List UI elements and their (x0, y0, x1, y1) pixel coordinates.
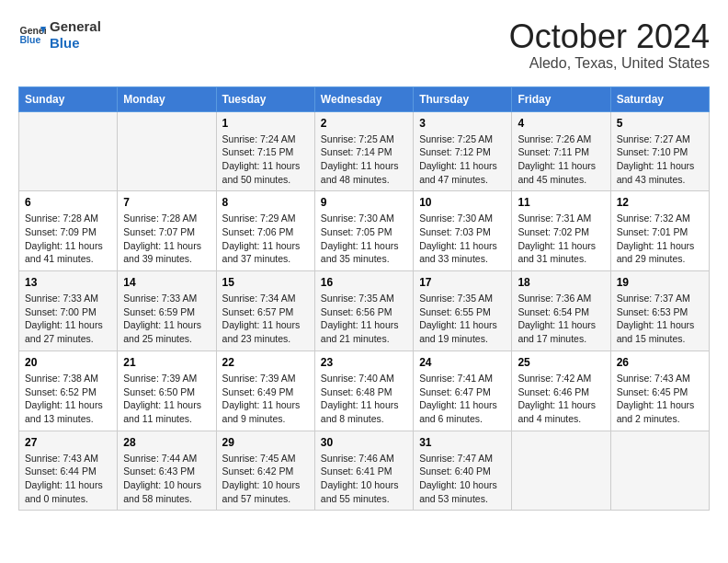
day-number: 18 (518, 276, 604, 289)
logo: General Blue General Blue (18, 18, 101, 52)
weekday-header-row: SundayMondayTuesdayWednesdayThursdayFrid… (19, 86, 710, 111)
day-number: 2 (321, 117, 407, 130)
day-number: 27 (25, 436, 111, 449)
calendar-cell: 28Sunrise: 7:44 AM Sunset: 6:43 PM Dayli… (118, 431, 216, 511)
calendar-cell: 25Sunrise: 7:42 AM Sunset: 6:46 PM Dayli… (512, 350, 610, 431)
week-row-2: 6Sunrise: 7:28 AM Sunset: 7:09 PM Daylig… (19, 191, 710, 271)
calendar-cell: 7Sunrise: 7:28 AM Sunset: 7:07 PM Daylig… (118, 191, 216, 271)
calendar-cell: 22Sunrise: 7:39 AM Sunset: 6:49 PM Dayli… (216, 350, 314, 431)
day-info: Sunrise: 7:33 AM Sunset: 6:59 PM Dayligh… (123, 292, 210, 346)
logo-general: General (50, 18, 101, 35)
day-info: Sunrise: 7:32 AM Sunset: 7:01 PM Dayligh… (617, 212, 703, 266)
logo-blue: Blue (50, 35, 101, 52)
day-info: Sunrise: 7:46 AM Sunset: 6:41 PM Dayligh… (321, 452, 407, 506)
weekday-header-friday: Friday (512, 86, 610, 111)
day-info: Sunrise: 7:44 AM Sunset: 6:43 PM Dayligh… (123, 452, 210, 506)
calendar-cell: 20Sunrise: 7:38 AM Sunset: 6:52 PM Dayli… (19, 350, 118, 431)
day-info: Sunrise: 7:30 AM Sunset: 7:03 PM Dayligh… (419, 212, 506, 266)
day-info: Sunrise: 7:45 AM Sunset: 6:42 PM Dayligh… (222, 452, 309, 506)
day-number: 6 (25, 196, 111, 209)
week-row-5: 27Sunrise: 7:43 AM Sunset: 6:44 PM Dayli… (19, 431, 710, 511)
calendar-cell: 9Sunrise: 7:30 AM Sunset: 7:05 PM Daylig… (314, 191, 413, 271)
calendar-cell: 15Sunrise: 7:34 AM Sunset: 6:57 PM Dayli… (216, 271, 314, 351)
day-number: 1 (222, 117, 309, 130)
day-number: 30 (321, 436, 407, 449)
weekday-header-wednesday: Wednesday (314, 86, 413, 111)
day-number: 15 (222, 276, 309, 289)
day-number: 25 (518, 356, 604, 369)
day-number: 20 (25, 356, 111, 369)
day-info: Sunrise: 7:25 AM Sunset: 7:14 PM Dayligh… (321, 132, 407, 187)
day-info: Sunrise: 7:33 AM Sunset: 7:00 PM Dayligh… (25, 292, 111, 346)
calendar-cell (19, 111, 118, 191)
day-info: Sunrise: 7:28 AM Sunset: 7:07 PM Dayligh… (123, 212, 210, 266)
calendar-cell: 8Sunrise: 7:29 AM Sunset: 7:06 PM Daylig… (216, 191, 314, 271)
calendar-cell: 23Sunrise: 7:40 AM Sunset: 6:48 PM Dayli… (314, 350, 413, 431)
day-number: 29 (222, 436, 309, 449)
day-number: 3 (419, 117, 506, 130)
location: Aledo, Texas, United States (509, 55, 710, 72)
day-info: Sunrise: 7:43 AM Sunset: 6:45 PM Dayligh… (617, 372, 703, 426)
day-number: 7 (123, 196, 210, 209)
day-number: 28 (123, 436, 210, 449)
week-row-4: 20Sunrise: 7:38 AM Sunset: 6:52 PM Dayli… (19, 350, 710, 431)
day-info: Sunrise: 7:26 AM Sunset: 7:11 PM Dayligh… (518, 132, 604, 187)
day-number: 13 (25, 276, 111, 289)
calendar-cell: 31Sunrise: 7:47 AM Sunset: 6:40 PM Dayli… (414, 431, 512, 511)
calendar-cell: 2Sunrise: 7:25 AM Sunset: 7:14 PM Daylig… (314, 111, 413, 191)
week-row-1: 1Sunrise: 7:24 AM Sunset: 7:15 PM Daylig… (19, 111, 710, 191)
day-info: Sunrise: 7:38 AM Sunset: 6:52 PM Dayligh… (25, 372, 111, 426)
weekday-header-tuesday: Tuesday (216, 86, 314, 111)
day-info: Sunrise: 7:30 AM Sunset: 7:05 PM Dayligh… (321, 212, 407, 266)
calendar-cell: 1Sunrise: 7:24 AM Sunset: 7:15 PM Daylig… (216, 111, 314, 191)
day-info: Sunrise: 7:40 AM Sunset: 6:48 PM Dayligh… (321, 372, 407, 426)
day-info: Sunrise: 7:28 AM Sunset: 7:09 PM Dayligh… (25, 212, 111, 266)
calendar-cell: 18Sunrise: 7:36 AM Sunset: 6:54 PM Dayli… (512, 271, 610, 351)
logo-icon: General Blue (18, 21, 46, 49)
calendar-cell: 11Sunrise: 7:31 AM Sunset: 7:02 PM Dayli… (512, 191, 610, 271)
calendar-cell: 12Sunrise: 7:32 AM Sunset: 7:01 PM Dayli… (610, 191, 709, 271)
calendar-cell (118, 111, 216, 191)
day-number: 16 (321, 276, 407, 289)
day-info: Sunrise: 7:39 AM Sunset: 6:50 PM Dayligh… (123, 372, 210, 426)
day-info: Sunrise: 7:35 AM Sunset: 6:55 PM Dayligh… (419, 292, 506, 346)
calendar-cell: 14Sunrise: 7:33 AM Sunset: 6:59 PM Dayli… (118, 271, 216, 351)
week-row-3: 13Sunrise: 7:33 AM Sunset: 7:00 PM Dayli… (19, 271, 710, 351)
calendar-cell: 17Sunrise: 7:35 AM Sunset: 6:55 PM Dayli… (414, 271, 512, 351)
day-number: 5 (617, 117, 703, 130)
day-number: 23 (321, 356, 407, 369)
calendar-cell (610, 431, 709, 511)
day-number: 4 (518, 117, 604, 130)
calendar-cell: 27Sunrise: 7:43 AM Sunset: 6:44 PM Dayli… (19, 431, 118, 511)
calendar-cell: 29Sunrise: 7:45 AM Sunset: 6:42 PM Dayli… (216, 431, 314, 511)
svg-text:Blue: Blue (20, 34, 41, 45)
day-number: 8 (222, 196, 309, 209)
day-info: Sunrise: 7:27 AM Sunset: 7:10 PM Dayligh… (617, 132, 703, 187)
day-number: 11 (518, 196, 604, 209)
day-number: 10 (419, 196, 506, 209)
calendar-cell: 4Sunrise: 7:26 AM Sunset: 7:11 PM Daylig… (512, 111, 610, 191)
day-number: 14 (123, 276, 210, 289)
calendar-cell: 16Sunrise: 7:35 AM Sunset: 6:56 PM Dayli… (314, 271, 413, 351)
day-info: Sunrise: 7:35 AM Sunset: 6:56 PM Dayligh… (321, 292, 407, 346)
calendar-cell: 30Sunrise: 7:46 AM Sunset: 6:41 PM Dayli… (314, 431, 413, 511)
day-info: Sunrise: 7:24 AM Sunset: 7:15 PM Dayligh… (222, 132, 309, 187)
title-block: October 2024 Aledo, Texas, United States (509, 18, 710, 72)
weekday-header-thursday: Thursday (414, 86, 512, 111)
day-info: Sunrise: 7:31 AM Sunset: 7:02 PM Dayligh… (518, 212, 604, 266)
day-info: Sunrise: 7:37 AM Sunset: 6:53 PM Dayligh… (617, 292, 703, 346)
day-number: 26 (617, 356, 703, 369)
day-number: 21 (123, 356, 210, 369)
day-info: Sunrise: 7:25 AM Sunset: 7:12 PM Dayligh… (419, 132, 506, 187)
calendar-table: SundayMondayTuesdayWednesdayThursdayFrid… (18, 86, 710, 511)
day-number: 24 (419, 356, 506, 369)
weekday-header-monday: Monday (118, 86, 216, 111)
day-info: Sunrise: 7:29 AM Sunset: 7:06 PM Dayligh… (222, 212, 309, 266)
day-number: 19 (617, 276, 703, 289)
calendar-cell: 21Sunrise: 7:39 AM Sunset: 6:50 PM Dayli… (118, 350, 216, 431)
calendar-cell: 6Sunrise: 7:28 AM Sunset: 7:09 PM Daylig… (19, 191, 118, 271)
day-info: Sunrise: 7:36 AM Sunset: 6:54 PM Dayligh… (518, 292, 604, 346)
calendar-cell: 24Sunrise: 7:41 AM Sunset: 6:47 PM Dayli… (414, 350, 512, 431)
weekday-header-sunday: Sunday (19, 86, 118, 111)
day-number: 9 (321, 196, 407, 209)
